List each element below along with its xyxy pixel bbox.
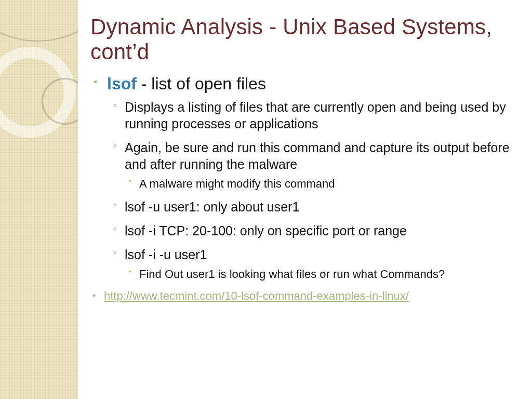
list-item: lsof - list of open files Displays a lis…	[107, 74, 511, 282]
sub-list: Displays a listing of files that are cur…	[107, 99, 511, 282]
item-text: lsof -i -u user1	[125, 247, 207, 262]
sub-sub-list: Find Out user1 is looking what files or …	[125, 267, 511, 282]
item-text: Displays a listing of files that are cur…	[125, 100, 506, 131]
reference-link[interactable]: http://www.tecmint.com/10-lsof-command-e…	[104, 289, 409, 302]
slide-title: Dynamic Analysis - Unix Based Systems, c…	[90, 15, 511, 65]
sub-sub-list: A malware might modify this command	[125, 177, 511, 192]
list-item: http://www.tecmint.com/10-lsof-command-e…	[92, 289, 511, 303]
list-item: lsof -u user1: only about user1	[125, 198, 511, 215]
item-text: A malware might modify this command	[139, 177, 335, 190]
list-item: A malware might modify this command	[139, 177, 511, 192]
list-item: lsof -i TCP: 20-100: only on specific po…	[125, 222, 511, 239]
item-text: Find Out user1 is looking what files or …	[139, 268, 445, 281]
list-item: Displays a listing of files that are cur…	[125, 99, 511, 132]
body-list: lsof - list of open files Displays a lis…	[90, 74, 511, 282]
item-text: lsof -i TCP: 20-100: only on specific po…	[125, 223, 407, 238]
link-list: http://www.tecmint.com/10-lsof-command-e…	[90, 289, 511, 303]
command-name: lsof	[107, 74, 137, 93]
list-item: lsof -i -u user1 Find Out user1 is looki…	[125, 246, 511, 282]
command-desc: - list of open files	[137, 74, 266, 93]
content-area: Dynamic Analysis - Unix Based Systems, c…	[78, 0, 532, 399]
item-text: Again, be sure and run this command and …	[125, 140, 510, 171]
list-item: Again, be sure and run this command and …	[125, 139, 511, 192]
item-text: lsof -u user1: only about user1	[125, 200, 299, 214]
slide: Dynamic Analysis - Unix Based Systems, c…	[0, 0, 532, 399]
list-item: Find Out user1 is looking what files or …	[139, 267, 511, 282]
